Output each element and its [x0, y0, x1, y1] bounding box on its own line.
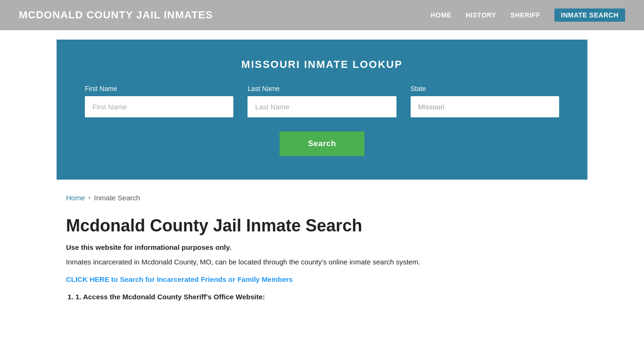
- description-text: Inmates incarcerated in Mcdonald County,…: [66, 257, 578, 268]
- description-bold: Use this website for informational purpo…: [66, 243, 578, 251]
- nav: HOME HISTORY SHERIFF INMATE SEARCH: [431, 8, 626, 22]
- search-button[interactable]: Search: [280, 132, 364, 156]
- state-input[interactable]: [411, 96, 559, 117]
- steps-list: 1. Access the Mcdonald County Sheriff's …: [66, 293, 578, 301]
- click-here-link[interactable]: CLICK HERE to Search for Incarcerated Fr…: [66, 275, 578, 283]
- last-name-group: Last Name: [248, 85, 396, 117]
- search-panel-title: MISSOURI INMATE LOOKUP: [85, 58, 559, 71]
- last-name-input[interactable]: [248, 96, 396, 117]
- nav-sheriff[interactable]: SHERIFF: [510, 11, 540, 19]
- state-label: State: [411, 85, 559, 92]
- step-1: 1. Access the Mcdonald County Sheriff's …: [75, 293, 578, 301]
- breadcrumb-separator: •: [89, 195, 91, 200]
- nav-inmate-search[interactable]: INMATE SEARCH: [554, 8, 625, 22]
- search-fields: First Name Last Name State: [85, 85, 559, 117]
- first-name-group: First Name: [85, 85, 233, 117]
- breadcrumb-home-link[interactable]: Home: [66, 194, 85, 202]
- breadcrumb: Home • Inmate Search: [66, 194, 578, 202]
- page-title: Mcdonald County Jail Inmate Search: [66, 216, 578, 236]
- main-content: Home • Inmate Search Mcdonald County Jai…: [0, 180, 644, 315]
- header: MCDONALD COUNTY JAIL INMATES HOME HISTOR…: [0, 0, 644, 30]
- nav-history[interactable]: HISTORY: [466, 11, 496, 19]
- search-panel: MISSOURI INMATE LOOKUP First Name Last N…: [57, 40, 587, 180]
- site-title: MCDONALD COUNTY JAIL INMATES: [19, 9, 213, 21]
- first-name-input[interactable]: [85, 96, 233, 117]
- last-name-label: Last Name: [248, 85, 396, 92]
- first-name-label: First Name: [85, 85, 233, 92]
- breadcrumb-current: Inmate Search: [94, 194, 140, 202]
- state-group: State: [411, 85, 559, 117]
- nav-home[interactable]: HOME: [431, 11, 452, 19]
- search-button-container: Search: [85, 132, 559, 156]
